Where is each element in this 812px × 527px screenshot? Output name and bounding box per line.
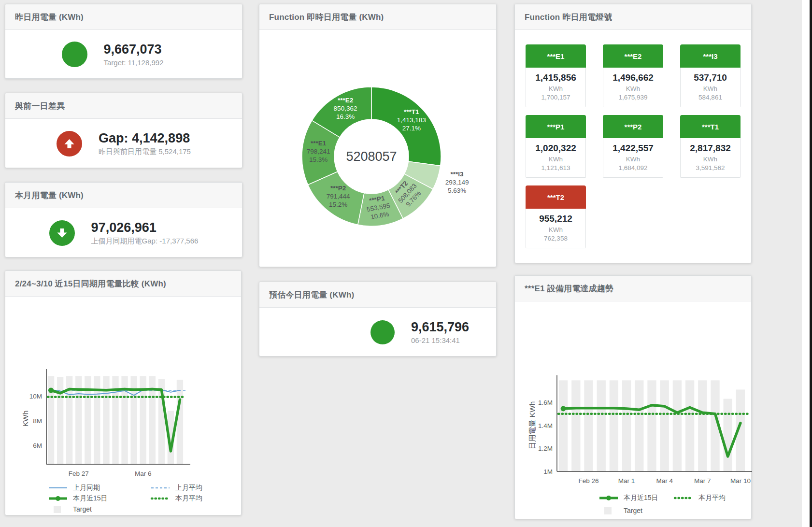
legend-label: 上月同期 xyxy=(73,484,100,492)
lamp-tile-subvalue: 1,121,613 xyxy=(527,164,584,171)
y-tick-label: 8M xyxy=(33,417,42,425)
legend-item[interactable]: 本月近15日 xyxy=(598,494,673,502)
legend-marker-thick xyxy=(48,495,68,502)
donut-slice-label: 5.63% xyxy=(448,187,466,194)
legend-item[interactable]: Target xyxy=(48,505,150,513)
x-tick-label: Mar 1 xyxy=(618,477,635,484)
kpi-value: Gap: 4,142,898 xyxy=(99,131,191,146)
lamp-tile-unit: KWh xyxy=(682,156,739,163)
legend-marker-thick xyxy=(598,494,619,502)
target-bar xyxy=(660,380,669,471)
legend-label: 本月近15日 xyxy=(73,494,108,503)
lamp-tile-unit: KWh xyxy=(527,156,584,163)
card-title: ***E1 設備用電達成趨勢 xyxy=(525,283,613,294)
donut-slice-label: 850,362 xyxy=(334,105,357,112)
legend-item[interactable]: Target xyxy=(598,507,673,514)
card-title: 預估今日用電量 (KWh) xyxy=(269,289,354,300)
lamp-tile-body: 1,020,322KWh1,121,613 xyxy=(526,138,586,178)
target-bar xyxy=(177,380,183,464)
page-right-gutter xyxy=(802,0,810,527)
target-bar xyxy=(571,380,580,471)
lamp-tile-name: ***I3 xyxy=(680,44,741,68)
x-tick-label: Feb 27 xyxy=(69,470,89,477)
card-title: 本月用電量 (KWh) xyxy=(15,190,84,201)
lamp-tile-name: ***T2 xyxy=(526,185,586,209)
kpi-value: 9,615,796 xyxy=(411,320,493,335)
target-bar xyxy=(685,380,694,471)
lamp-tile-name: ***T1 xyxy=(680,115,741,138)
target-bar xyxy=(698,380,707,471)
kpi-body: Gap: 4,142,898 昨日與前日用電量 5,524,175 xyxy=(5,119,242,168)
compare-chart: 6M8M10MKWhFeb 27Mar 6 xyxy=(5,297,241,482)
card-yesterday-usage: 昨日用電量 (KWh) 9,667,073 Target: 11,128,992 xyxy=(5,4,242,79)
kpi-value: 9,667,073 xyxy=(104,42,186,57)
x-tick-label: Mar 10 xyxy=(730,477,751,484)
legend-label: 本月平均 xyxy=(698,494,726,502)
down-arrow-icon xyxy=(49,220,75,246)
y-axis-label: KWh xyxy=(21,411,29,427)
card-day-gap: 與前一日差異 Gap: 4,142,898 昨日與前日用電量 5,524,175 xyxy=(5,93,242,168)
lamp-tile: ***T2955,212KWh762,358 xyxy=(526,185,586,248)
lamp-tile-unit: KWh xyxy=(527,226,584,233)
card-header: Function 昨日用電燈號 xyxy=(515,4,751,30)
donut-slice-label: ***I3 xyxy=(451,171,464,178)
lamp-tile: ***P21,422,557KWh1,684,092 xyxy=(603,115,663,178)
legend-row: 上月同期上月平均 xyxy=(48,483,241,493)
lamp-tile-unit: KWh xyxy=(604,85,662,92)
card-title: 與前一日差異 xyxy=(15,100,65,112)
e1trend-chart-svg: 1M1.2M1.4M1.6M日用電量 KWhFeb 26Mar 1Mar 4Ma… xyxy=(515,301,752,489)
legend-item[interactable]: 本月近15日 xyxy=(48,494,150,503)
status-circle-icon xyxy=(370,320,395,344)
lamp-tile-body: 537,710KWh584,861 xyxy=(680,68,741,107)
donut-slice-label: ***T1 xyxy=(404,108,419,115)
donut-slice-label: ***E1 xyxy=(311,140,327,147)
y-tick-label: 1M xyxy=(543,468,553,475)
lamp-tile-body: 955,212KWh762,358 xyxy=(526,209,586,248)
e1-chart-legend: 本月近15日本月平均Target xyxy=(515,492,751,517)
legend-label: 本月近15日 xyxy=(624,494,658,502)
card-lamp-status: Function 昨日用電燈號 ***E11,415,856KWh1,700,1… xyxy=(514,4,752,263)
compare-chart-legend: 上月同期上月平均本月近15日本月平均Target xyxy=(5,483,241,514)
legend-item[interactable]: 上月同期 xyxy=(48,484,150,492)
donut-slice-label: 15.3% xyxy=(309,156,328,163)
card-header: 2/24~3/10 近15日同期用電量比較 (KWh) xyxy=(5,271,241,297)
target-bar xyxy=(597,380,606,471)
target-bar xyxy=(647,380,656,471)
series-start-dot xyxy=(561,406,566,411)
lamp-tile-value: 955,212 xyxy=(527,214,584,224)
legend-marker-dash xyxy=(150,484,171,492)
legend-marker-square xyxy=(598,507,619,514)
legend-label: 本月平均 xyxy=(175,494,202,503)
card-header: 與前一日差異 xyxy=(5,93,242,119)
kpi-timestamp: 06-21 15:34:41 xyxy=(411,336,493,344)
lamp-tile-subvalue: 762,358 xyxy=(527,235,584,242)
card-title: Function 昨日用電燈號 xyxy=(525,12,612,23)
lamp-tile-body: 1,422,557KWh1,684,092 xyxy=(603,138,663,178)
lamp-tile: ***T12,817,832KWh3,591,562 xyxy=(680,115,741,178)
y-tick-label: 10M xyxy=(29,393,42,400)
legend-item[interactable]: 本月平均 xyxy=(673,494,726,502)
donut-slice-label: 27.1% xyxy=(402,125,421,132)
lamp-tile-value: 1,415,856 xyxy=(527,72,584,83)
donut-chart-body: ***T11,413,18327.1%***I3293,1495.63%***T… xyxy=(259,30,496,267)
legend-item[interactable]: 本月平均 xyxy=(150,494,202,503)
lamp-tile-body: 1,496,662KWh1,675,939 xyxy=(603,68,663,107)
legend-marker-dot xyxy=(673,494,694,502)
legend-item[interactable]: 上月平均 xyxy=(150,484,202,492)
donut-slice-label: 791,444 xyxy=(327,193,350,200)
y-tick-label: 6M xyxy=(33,442,42,449)
legend-row: Target xyxy=(598,504,751,517)
kpi-subtitle: 昨日與前日用電量 5,524,175 xyxy=(99,147,191,157)
lamp-tile: ***E11,415,856KWh1,700,157 xyxy=(526,44,586,107)
card-realtime-donut: Function 即時日用電量 (KWh) ***T11,413,18327.1… xyxy=(259,4,497,267)
target-bar xyxy=(584,380,593,471)
donut-chart: ***T11,413,18327.1%***I3293,1495.63%***T… xyxy=(259,30,496,270)
lamp-tile-name: ***P1 xyxy=(526,115,586,138)
donut-chart-svg: ***T11,413,18327.1%***I3293,1495.63%***T… xyxy=(259,30,497,268)
lamp-tile-value: 1,020,322 xyxy=(527,143,584,154)
compare-chart-body: 6M8M10MKWhFeb 27Mar 6 上月同期上月平均本月近15日本月平均… xyxy=(5,297,241,515)
legend-label: Target xyxy=(73,505,92,513)
card-header: 預估今日用電量 (KWh) xyxy=(259,282,496,308)
kpi-subtitle: Target: 11,128,992 xyxy=(104,58,186,67)
card-header: 本月用電量 (KWh) xyxy=(5,183,242,208)
